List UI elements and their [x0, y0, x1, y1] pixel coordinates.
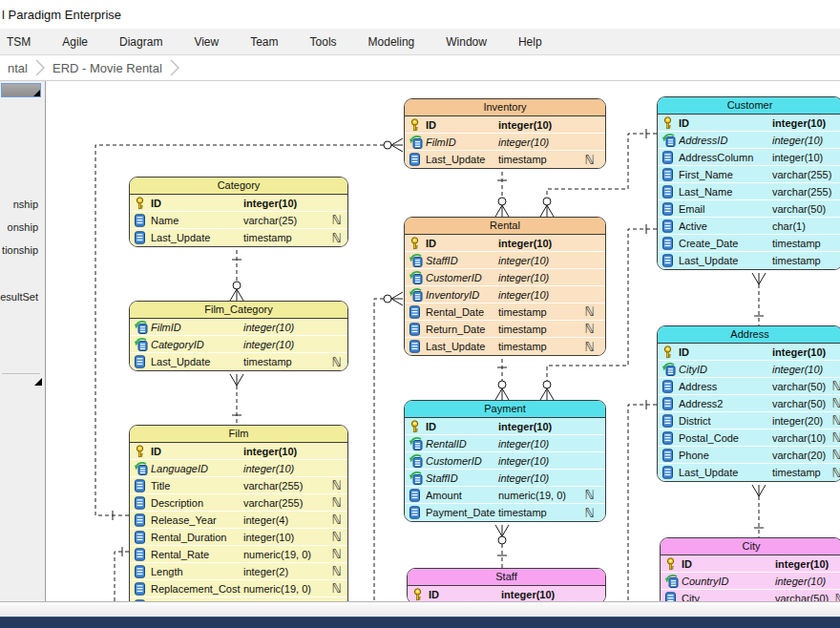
- menu-item-help[interactable]: Help: [515, 33, 545, 51]
- diagram-canvas[interactable]: InventoryIDinteger(10)FilmIDinteger(10)L…: [46, 81, 840, 601]
- title-bar: l Paradigm Enterprise: [0, 0, 840, 29]
- palette-tool-label[interactable]: nship: [13, 199, 38, 210]
- menu-item-window[interactable]: Window: [443, 33, 490, 51]
- relationship-connector[interactable]: [540, 224, 657, 400]
- chevron-right-icon: [33, 58, 47, 77]
- relationship-connector[interactable]: [230, 374, 243, 425]
- relationship-connector[interactable]: [495, 525, 509, 568]
- relationship-connector[interactable]: [752, 273, 766, 325]
- relationship-connector[interactable]: [230, 250, 243, 301]
- main-area: nshiponshiptionshipResultSet InventoryID…: [0, 81, 840, 601]
- breadcrumb: ntalERD - Movie Rental: [0, 55, 840, 81]
- chevron-right-icon: [168, 58, 181, 77]
- status-bar: [0, 617, 840, 628]
- relationship-connector[interactable]: [495, 359, 509, 400]
- relationship-connector[interactable]: [95, 138, 403, 520]
- relationship-connector[interactable]: [115, 547, 129, 601]
- relationship-connector[interactable]: [374, 292, 403, 601]
- menu-item-tsm[interactable]: TSM: [4, 33, 33, 51]
- menu-item-diagram[interactable]: Diagram: [116, 33, 165, 51]
- menu-item-agile[interactable]: Agile: [59, 33, 91, 51]
- relationship-connector[interactable]: [540, 129, 657, 217]
- palette-divider: [2, 373, 40, 374]
- menu-bar: TSMAgileDiagramViewTeamToolsModelingWind…: [0, 29, 840, 55]
- menu-item-tools[interactable]: Tools: [307, 33, 340, 51]
- palette-tool-label[interactable]: ResultSet: [0, 291, 38, 303]
- relationship-connector[interactable]: [752, 485, 766, 537]
- selected-tool-button[interactable]: [1, 83, 41, 97]
- bottom-panel-strip: [0, 601, 840, 617]
- palette-tool-label[interactable]: tionship: [2, 244, 38, 256]
- relationship-connector[interactable]: [495, 172, 509, 217]
- menu-item-team[interactable]: Team: [247, 33, 281, 51]
- tool-palette[interactable]: nshiponshiptionshipResultSet: [0, 81, 46, 601]
- palette-tool-label[interactable]: onship: [8, 221, 38, 233]
- relationship-connectors[interactable]: [46, 81, 840, 601]
- relationship-connector[interactable]: [628, 400, 657, 601]
- application-window: l Paradigm Enterprise TSMAgileDiagramVie…: [0, 0, 840, 628]
- breadcrumb-item[interactable]: ERD - Movie Rental: [47, 61, 168, 75]
- menu-item-view[interactable]: View: [191, 33, 221, 51]
- tool-corner-handle-icon: [33, 90, 40, 96]
- breadcrumb-item[interactable]: ntal: [2, 61, 33, 75]
- menu-item-modeling[interactable]: Modeling: [366, 33, 418, 51]
- window-title: l Paradigm Enterprise: [2, 8, 121, 22]
- palette-corner-handle-icon[interactable]: [34, 378, 42, 386]
